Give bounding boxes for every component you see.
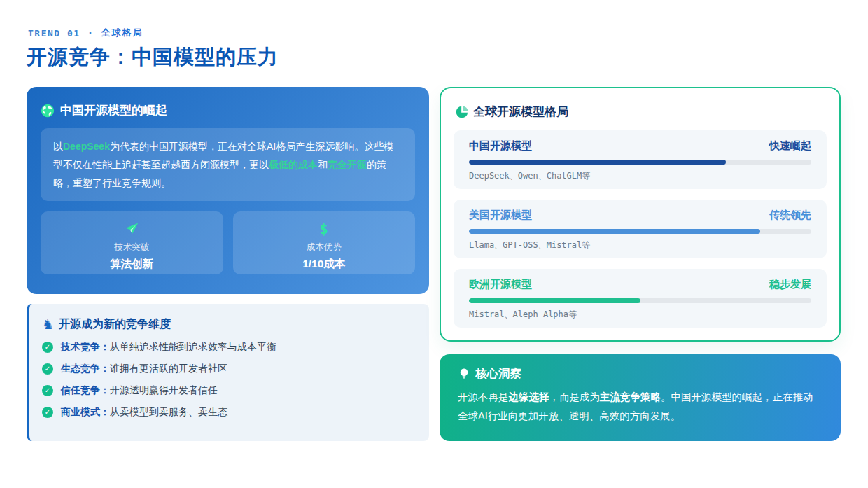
dollar-icon: $	[240, 221, 409, 237]
list-item: ✓ 技术竞争：从单纯追求性能到追求效率与成本平衡	[42, 341, 415, 354]
dimensions-header: ♞ 开源成为新的竞争维度	[42, 317, 415, 332]
progress-fill	[469, 160, 726, 165]
model-row-usa: 美国开源模型 传统领先 Llama、GPT-OSS、Mistral等	[454, 200, 827, 258]
item-desc: 开源透明赢得开发者信任	[110, 384, 218, 396]
check-icon: ✓	[42, 407, 53, 418]
insight-segment: 开源不再是	[458, 391, 509, 403]
dimensions-card: ♞ 开源成为新的竞争维度 ✓ 技术竞争：从单纯追求性能到追求效率与成本平衡 ✓ …	[27, 304, 429, 441]
landscape-header: 全球开源模型格局	[455, 104, 827, 120]
check-icon: ✓	[42, 342, 53, 353]
model-row-china: 中国开源模型 快速崛起 DeepSeek、Qwen、ChatGLM等	[454, 130, 827, 189]
pie-chart-icon	[455, 105, 469, 119]
stat-value: 1/10成本	[240, 257, 409, 272]
stat-card-cost: $ 成本优势 1/10成本	[233, 211, 416, 274]
insight-title: 核心洞察	[475, 366, 522, 382]
rise-card-title: 中国开源模型的崛起	[60, 102, 167, 118]
row-examples: Mistral、Aleph Alpha等	[469, 309, 811, 321]
list-item: ✓ 信任竞争：开源透明赢得开发者信任	[42, 384, 415, 397]
row-label: 中国开源模型	[469, 139, 532, 153]
progress-track	[469, 229, 811, 234]
header-eyebrow: TREND 01 · 全球格局	[28, 27, 144, 39]
rise-paragraph: 以DeepSeek为代表的中国开源模型，正在对全球AI格局产生深远影响。这些模型…	[41, 128, 415, 201]
item-term: 生态竞争	[61, 363, 100, 374]
check-icon: ✓	[42, 363, 53, 375]
list-item: ✓ 生态竞争：谁拥有更活跃的开发者社区	[42, 363, 415, 375]
progress-fill	[469, 298, 640, 303]
landscape-card: 全球开源模型格局 中国开源模型 快速崛起 DeepSeek、Qwen、ChatG…	[440, 87, 841, 342]
check-icon: ✓	[42, 385, 53, 396]
insight-text: 开源不再是边缘选择，而是成为主流竞争策略。中国开源模型的崛起，正在推动全球AI行…	[458, 388, 822, 426]
dimensions-title: 开源成为新的竞争维度	[59, 317, 171, 332]
row-label: 美国开源模型	[469, 209, 532, 222]
item-colon: ：	[100, 384, 110, 396]
lightbulb-icon	[458, 368, 470, 380]
landscape-title: 全球开源模型格局	[473, 104, 568, 120]
eyebrow-tag: 全球格局	[102, 27, 144, 39]
item-desc: 从卖模型到卖服务、卖生态	[110, 406, 227, 417]
eyebrow-separator: ·	[88, 27, 94, 39]
item-desc: 谁拥有更活跃的开发者社区	[110, 363, 227, 374]
item-term: 商业模式	[61, 406, 100, 417]
item-desc: 从单纯追求性能到追求效率与成本平衡	[110, 341, 276, 352]
trend-label: TREND 01	[28, 28, 80, 39]
insight-segment: ，而是成为	[550, 391, 601, 403]
list-item: ✓ 商业模式：从卖模型到卖服务、卖生态	[42, 406, 415, 419]
item-colon: ：	[100, 341, 110, 352]
insight-bold-marginal-choice: 边缘选择	[509, 391, 550, 403]
rise-card-header: 中国开源模型的崛起	[41, 102, 415, 118]
chess-knight-icon: ♞	[42, 318, 54, 331]
stat-label: 成本优势	[240, 242, 409, 253]
row-status: 稳步发展	[769, 278, 811, 291]
paragraph-segment: 和	[318, 159, 328, 170]
item-term: 技术竞争	[61, 341, 100, 352]
highlight-fully-open: 完全开源	[328, 159, 367, 170]
item-colon: ：	[100, 363, 110, 374]
highlight-deepseek: DeepSeek	[63, 141, 110, 152]
insight-header: 核心洞察	[458, 366, 822, 382]
slide: TREND 01 · 全球格局 开源竞争：中国模型的压力 中国开源模型的崛起 以…	[0, 0, 868, 488]
progress-fill	[469, 229, 760, 234]
stat-row: 技术突破 算法创新 $ 成本优势 1/10成本	[41, 211, 415, 274]
page-title: 开源竞争：中国模型的压力	[27, 43, 279, 71]
row-examples: Llama、GPT-OSS、Mistral等	[469, 239, 811, 251]
highlight-low-cost: 极低的成本	[269, 159, 318, 170]
item-term: 信任竞争	[61, 384, 100, 396]
row-status: 快速崛起	[769, 139, 811, 153]
stat-label: 技术突破	[48, 242, 216, 253]
progress-track	[469, 160, 811, 165]
progress-track	[469, 298, 811, 303]
paragraph-segment: 以	[53, 141, 63, 152]
insight-bold-mainstream-strategy: 主流竞争策略	[600, 391, 661, 403]
rise-card: 中国开源模型的崛起 以DeepSeek为代表的中国开源模型，正在对全球AI格局产…	[27, 87, 429, 294]
row-examples: DeepSeek、Qwen、ChatGLM等	[469, 170, 811, 182]
insight-card: 核心洞察 开源不再是边缘选择，而是成为主流竞争策略。中国开源模型的崛起，正在推动…	[440, 354, 841, 441]
row-label: 欧洲开源模型	[469, 278, 532, 291]
item-colon: ：	[100, 406, 110, 417]
globe-icon	[41, 104, 55, 118]
model-row-europe: 欧洲开源模型 稳步发展 Mistral、Aleph Alpha等	[454, 269, 827, 328]
row-status: 传统领先	[769, 209, 811, 222]
stat-value: 算法创新	[48, 257, 216, 272]
stat-card-tech: 技术突破 算法创新	[41, 211, 223, 274]
rocket-icon	[48, 221, 216, 237]
